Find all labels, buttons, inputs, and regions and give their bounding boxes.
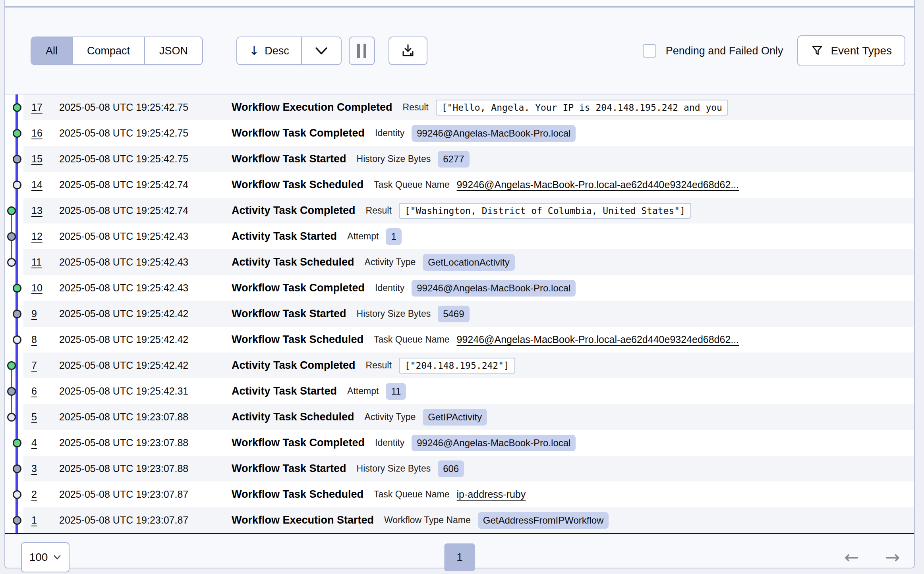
tab-all[interactable]: All bbox=[31, 37, 73, 64]
event-detail-label: History Size Bytes bbox=[357, 154, 431, 164]
row-content: 12 2025-05-08 UTC 19:25:42.43 Activity T… bbox=[23, 223, 914, 249]
upper-panel-edge bbox=[4, 0, 915, 6]
event-name: Workflow Task Scheduled bbox=[232, 333, 363, 346]
pause-autorefresh-button[interactable] bbox=[349, 37, 375, 65]
task-queue-link[interactable]: ip-address-ruby bbox=[457, 489, 526, 500]
event-id-link[interactable]: 6 bbox=[31, 385, 50, 397]
event-row[interactable]: 6 2025-05-08 UTC 19:25:42.31 Activity Ta… bbox=[5, 378, 914, 404]
event-id-link[interactable]: 5 bbox=[31, 411, 50, 423]
event-detail-label: Result bbox=[403, 102, 429, 113]
row-content: 3 2025-05-08 UTC 19:23:07.88 Workflow Ta… bbox=[23, 456, 914, 482]
event-detail-label: Activity Type bbox=[365, 412, 416, 422]
event-row[interactable]: 17 2025-05-08 UTC 19:25:42.75 Workflow E… bbox=[5, 94, 914, 120]
row-content: 11 2025-05-08 UTC 19:25:42.43 Activity T… bbox=[23, 249, 914, 275]
row-content: 5 2025-05-08 UTC 19:23:07.88 Activity Ta… bbox=[23, 404, 914, 430]
event-row[interactable]: 2 2025-05-08 UTC 19:23:07.87 Workflow Ta… bbox=[5, 482, 914, 507]
event-detail-value: ["Washington, District of Columbia, Unit… bbox=[399, 203, 691, 219]
previous-page-button[interactable]: ← bbox=[844, 549, 859, 566]
event-row[interactable]: 14 2025-05-08 UTC 19:25:42.74 Workflow T… bbox=[5, 172, 914, 198]
event-detail-value: 606 bbox=[438, 460, 464, 477]
event-status-dot bbox=[13, 284, 21, 293]
event-status-dot bbox=[7, 258, 16, 267]
event-name: Workflow Execution Completed bbox=[232, 101, 392, 114]
page-size-select[interactable]: 100 bbox=[21, 542, 70, 572]
event-id-link[interactable]: 2 bbox=[31, 489, 50, 500]
event-types-label: Event Types bbox=[831, 44, 892, 57]
event-row[interactable]: 4 2025-05-08 UTC 19:23:07.88 Workflow Ta… bbox=[5, 430, 914, 456]
event-timestamp: 2025-05-08 UTC 19:23:07.88 bbox=[59, 437, 223, 449]
pending-failed-label: Pending and Failed Only bbox=[666, 45, 783, 57]
arrow-down-icon: ↓ bbox=[249, 45, 259, 57]
task-queue-link[interactable]: 99246@Angelas-MacBook-Pro.local-ae62d440… bbox=[457, 179, 739, 191]
event-row[interactable]: 9 2025-05-08 UTC 19:25:42.42 Workflow Ta… bbox=[5, 301, 914, 327]
event-status-dot bbox=[13, 464, 21, 473]
event-detail-value: 99246@Angelas-MacBook-Pro.local bbox=[412, 125, 576, 142]
event-timestamp: 2025-05-08 UTC 19:25:42.43 bbox=[59, 231, 223, 242]
event-name: Workflow Task Completed bbox=[232, 127, 365, 139]
event-timestamp: 2025-05-08 UTC 19:25:42.75 bbox=[59, 102, 223, 113]
tab-compact[interactable]: Compact bbox=[73, 37, 145, 64]
event-name: Workflow Task Started bbox=[232, 308, 346, 320]
event-detail-label: Task Queue Name bbox=[374, 489, 449, 500]
event-id-link[interactable]: 8 bbox=[31, 334, 50, 345]
event-timestamp: 2025-05-08 UTC 19:23:07.88 bbox=[59, 463, 223, 474]
event-types-filter-button[interactable]: Event Types bbox=[797, 35, 905, 66]
row-content: 4 2025-05-08 UTC 19:23:07.88 Workflow Ta… bbox=[23, 430, 914, 456]
event-row[interactable]: 15 2025-05-08 UTC 19:25:42.75 Workflow T… bbox=[5, 146, 914, 172]
event-id-link[interactable]: 7 bbox=[31, 360, 50, 371]
event-status-dot bbox=[13, 103, 21, 112]
page-number-button[interactable]: 1 bbox=[445, 543, 475, 571]
event-id-link[interactable]: 13 bbox=[31, 205, 50, 216]
event-id-link[interactable]: 12 bbox=[31, 231, 50, 242]
event-id-link[interactable]: 1 bbox=[31, 514, 50, 526]
row-content: 7 2025-05-08 UTC 19:25:42.42 Activity Ta… bbox=[23, 352, 914, 378]
event-id-link[interactable]: 15 bbox=[31, 153, 50, 165]
event-row[interactable]: 13 2025-05-08 UTC 19:25:42.74 Activity T… bbox=[5, 198, 914, 223]
pending-failed-checkbox[interactable] bbox=[643, 44, 656, 58]
event-history-panel: All Compact JSON ↓ Desc bbox=[4, 6, 915, 568]
event-row[interactable]: 12 2025-05-08 UTC 19:25:42.43 Activity T… bbox=[5, 223, 914, 249]
event-status-dot bbox=[7, 387, 16, 396]
sort-dropdown-button[interactable] bbox=[302, 37, 341, 64]
task-queue-link[interactable]: 99246@Angelas-MacBook-Pro.local-ae62d440… bbox=[457, 334, 739, 345]
event-name: Workflow Task Completed bbox=[232, 282, 365, 294]
event-row[interactable]: 7 2025-05-08 UTC 19:25:42.42 Activity Ta… bbox=[5, 352, 914, 378]
event-detail-value: 1 bbox=[386, 228, 401, 245]
event-id-link[interactable]: 9 bbox=[31, 308, 50, 320]
event-row[interactable]: 11 2025-05-08 UTC 19:25:42.43 Activity T… bbox=[5, 249, 914, 275]
event-id-link[interactable]: 11 bbox=[31, 256, 50, 268]
event-name: Activity Task Completed bbox=[232, 204, 356, 217]
event-history-toolbar: All Compact JSON ↓ Desc bbox=[31, 35, 906, 66]
next-page-button[interactable]: → bbox=[885, 549, 900, 566]
event-row[interactable]: 16 2025-05-08 UTC 19:25:42.75 Workflow T… bbox=[5, 120, 914, 146]
event-id-link[interactable]: 4 bbox=[31, 437, 50, 449]
event-status-dot bbox=[13, 155, 21, 164]
event-detail-label: Workflow Type Name bbox=[384, 515, 471, 526]
event-row[interactable]: 5 2025-05-08 UTC 19:23:07.88 Activity Ta… bbox=[5, 404, 914, 430]
download-icon bbox=[400, 43, 416, 58]
event-detail-label: History Size Bytes bbox=[357, 308, 431, 319]
sort-label: Desc bbox=[265, 45, 289, 57]
row-content: 14 2025-05-08 UTC 19:25:42.74 Workflow T… bbox=[23, 172, 914, 198]
event-row[interactable]: 3 2025-05-08 UTC 19:23:07.88 Workflow Ta… bbox=[5, 456, 914, 482]
sort-desc-button[interactable]: ↓ Desc bbox=[237, 37, 302, 64]
event-id-link[interactable]: 10 bbox=[31, 282, 50, 294]
event-row[interactable]: 1 2025-05-08 UTC 19:23:07.87 Workflow Ex… bbox=[5, 507, 914, 533]
download-history-button[interactable] bbox=[389, 37, 427, 65]
event-detail-value: GetAddressFromIPWorkflow bbox=[478, 512, 609, 529]
event-detail-label: Result bbox=[366, 360, 392, 371]
event-row[interactable]: 8 2025-05-08 UTC 19:25:42.42 Workflow Ta… bbox=[5, 327, 914, 352]
event-timestamp: 2025-05-08 UTC 19:25:42.42 bbox=[59, 308, 223, 320]
tab-json[interactable]: JSON bbox=[145, 37, 202, 64]
row-content: 10 2025-05-08 UTC 19:25:42.43 Workflow T… bbox=[23, 275, 914, 301]
event-id-link[interactable]: 3 bbox=[31, 463, 50, 474]
event-name: Workflow Task Scheduled bbox=[232, 488, 363, 501]
event-name: Workflow Execution Started bbox=[232, 514, 374, 526]
row-content: 13 2025-05-08 UTC 19:25:42.74 Activity T… bbox=[23, 198, 914, 223]
pending-failed-filter: Pending and Failed Only bbox=[643, 44, 783, 58]
event-row[interactable]: 10 2025-05-08 UTC 19:25:42.43 Workflow T… bbox=[5, 275, 914, 301]
event-id-link[interactable]: 14 bbox=[31, 179, 50, 191]
row-content: 2 2025-05-08 UTC 19:23:07.87 Workflow Ta… bbox=[23, 482, 914, 507]
event-id-link[interactable]: 16 bbox=[31, 127, 50, 139]
event-id-link[interactable]: 17 bbox=[31, 102, 50, 113]
